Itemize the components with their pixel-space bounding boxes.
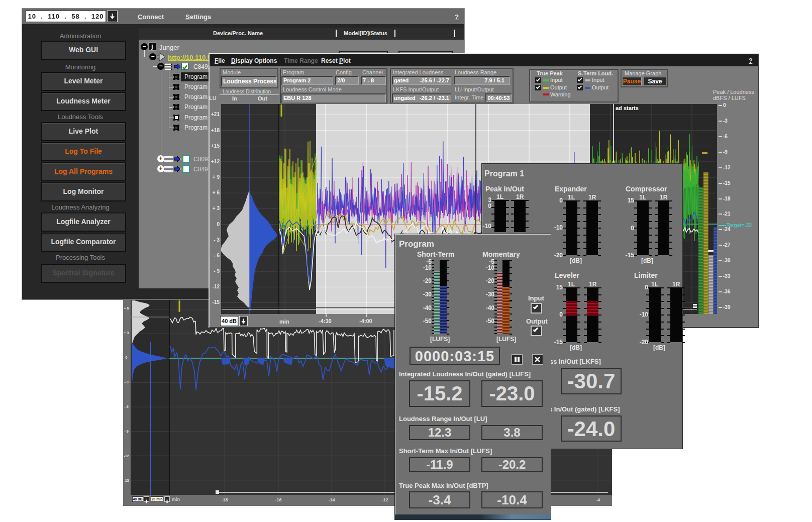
svg-text:ad starts: ad starts: [616, 105, 639, 111]
